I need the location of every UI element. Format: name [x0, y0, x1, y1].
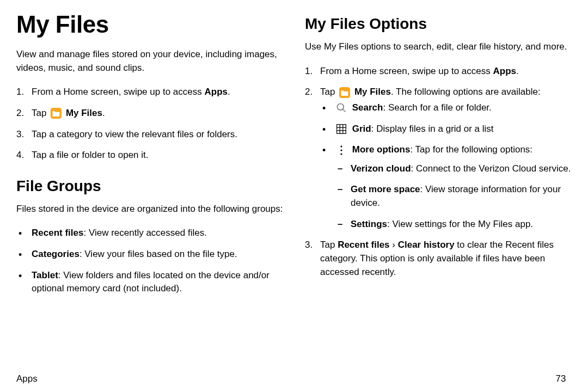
item-bold: Grid [352, 124, 371, 134]
item-bold: Search [352, 102, 383, 113]
step-item: Tap My Files. The following options are … [318, 85, 572, 231]
step-text: From a Home screen, swipe up to access [320, 66, 493, 76]
step-bold: Clear history [398, 240, 455, 250]
search-icon [335, 102, 347, 114]
item-text: : Tap for the following options: [410, 144, 532, 155]
left-column: My Files View and manage files stored on… [16, 11, 283, 359]
step-text: . [102, 108, 105, 118]
item-bold: Recent files [32, 228, 83, 238]
section-intro: Use My Files options to search, edit, cl… [305, 40, 572, 54]
step-text: . [516, 66, 519, 76]
step-item: Tap Recent files › Clear history to clea… [318, 238, 572, 279]
step-item: From a Home screen, swipe up to access A… [318, 65, 572, 78]
sub-options-list: Verizon cloud: Connect to the Verizon Cl… [335, 162, 572, 231]
svg-point-2 [338, 104, 344, 111]
section-title: My Files Options [305, 15, 572, 33]
item-text: : Display files in a grid or a list [371, 124, 494, 134]
item-text: : View your files based on the file type… [79, 249, 237, 259]
step-bold: Apps [204, 87, 228, 97]
item-bold: Settings [351, 219, 387, 229]
svg-rect-4 [337, 125, 346, 134]
list-item: Tablet: View folders and files located o… [29, 269, 283, 296]
page-title: My Files [16, 11, 283, 38]
list-item: Grid: Display files in a grid or a list [333, 122, 572, 136]
step-item: From a Home screen, swipe up to access A… [29, 85, 283, 99]
step-bold: My Files [354, 87, 391, 97]
step-item: Tap a category to view the relevant file… [29, 128, 283, 142]
page-footer: Apps 73 [16, 373, 572, 384]
list-item: Get more space: View storage information… [348, 183, 572, 210]
item-bold: Get more space [351, 184, 420, 194]
svg-point-10 [340, 149, 342, 151]
step-text: Tap [32, 108, 49, 118]
list-item: Search: Search for a file or folder. [333, 101, 572, 115]
step-item: Tap a file or folder to open it. [29, 149, 283, 162]
right-column: My Files Options Use My Files options to… [305, 11, 572, 359]
item-text: : Search for a file or folder. [383, 102, 491, 113]
item-text: : View recently accessed files. [83, 228, 206, 238]
step-text: From a Home screen, swipe up to access [32, 87, 204, 97]
step-bold: My Files [66, 108, 102, 118]
list-item: Categories: View your files based on the… [29, 248, 283, 261]
section-intro: Files stored in the device are organized… [16, 203, 283, 216]
footer-page: 73 [550, 373, 572, 384]
item-text: : View folders and files located on the … [32, 270, 270, 294]
item-bold: More options [352, 144, 411, 155]
folder-icon [50, 107, 62, 119]
step-bold: Recent files [338, 240, 389, 250]
step-text: › [390, 240, 398, 250]
steps-list: From a Home screen, swipe up to access A… [305, 65, 572, 279]
steps-list: From a Home screen, swipe up to access A… [16, 85, 283, 162]
step-text: . [228, 87, 230, 97]
page-columns: My Files View and manage files stored on… [16, 11, 572, 359]
item-text: : View settings for the My Files app. [387, 219, 533, 229]
step-text: Tap [320, 87, 338, 97]
list-item: Recent files: View recently accessed fil… [29, 226, 283, 240]
footer-section: Apps [16, 373, 550, 384]
step-bold: Apps [493, 66, 516, 76]
step-text: . The following options are available: [391, 87, 541, 97]
options-list: Search: Search for a file or folder. Gri… [320, 101, 572, 231]
list-item: Settings: View settings for the My Files… [348, 218, 572, 231]
list-item: Verizon cloud: Connect to the Verizon Cl… [348, 162, 572, 176]
intro-text: View and manage files stored on your dev… [16, 48, 283, 75]
groups-list: Recent files: View recently accessed fil… [16, 226, 283, 296]
grid-icon [335, 123, 347, 135]
svg-line-3 [343, 109, 346, 112]
svg-point-9 [340, 145, 342, 147]
item-bold: Categories [32, 249, 79, 259]
item-bold: Tablet [32, 270, 58, 280]
folder-icon [339, 87, 351, 99]
list-item: More options: Tap for the following opti… [333, 143, 572, 231]
more-icon [335, 144, 347, 156]
section-title: File Groups [16, 177, 283, 195]
item-bold: Verizon cloud [351, 163, 411, 174]
step-text: Tap [320, 240, 338, 250]
svg-point-11 [340, 153, 342, 155]
item-text: : Connect to the Verizon Cloud service. [411, 163, 571, 174]
step-item: Tap My Files. [29, 107, 283, 120]
